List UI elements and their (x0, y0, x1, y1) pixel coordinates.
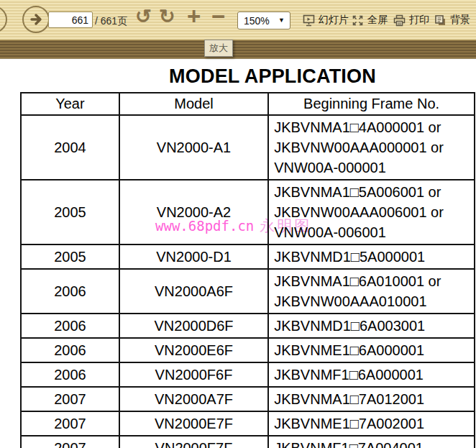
model-cell: VN2000F6F (119, 362, 268, 387)
model-application-table: Year Model Beginning Frame No. 2004VN200… (20, 92, 475, 448)
slideshow-label: 幻灯片 (319, 14, 349, 27)
frame-no-line: JKBVNMA1□4A000001 or (274, 117, 471, 137)
print-label: 打印 (409, 14, 429, 27)
document-page: MODEL APPLICATION www.68pdf.cn永明图 Year M… (0, 59, 476, 448)
frame-no-cell: JKBVNME1□6A000001 (268, 338, 475, 362)
frame-no-cell: JKBVNMA1□7A012001 (268, 387, 475, 411)
table-row: 2006VN2000F6FJKBVNMF1□6A000001 (21, 362, 475, 387)
zoom-level-select[interactable]: 150% ▼ (237, 12, 290, 29)
fullscreen-label: 全屏 (367, 14, 388, 27)
model-cell: VN2000A7F (119, 387, 268, 411)
frame-no-line: JKBVNW00AAA000001 or (274, 137, 471, 157)
table-row: 2007VN2000A7FJKBVNMA1□7A012001 (21, 387, 475, 411)
year-cell: 2005 (21, 244, 119, 269)
page-title: MODEL APPLICATION (20, 65, 476, 88)
model-cell: VN2000E7F (119, 411, 268, 436)
table-row: 2005VN2000-D1JKBVNMD1□5A000001 (21, 244, 475, 269)
table-header-row: Year Model Beginning Frame No. (21, 93, 475, 115)
model-cell: VN2000E6F (119, 338, 268, 362)
model-cell: VN2000F7F (119, 436, 268, 448)
table-row: 2006VN2000E6FJKBVNME1□6A000001 (21, 338, 475, 362)
year-cell: 2004 (21, 115, 119, 180)
circle-arrow-left-icon (0, 12, 1, 27)
expand-arrows-icon (352, 14, 364, 27)
frame-no-line: JKBVNMA1□7A012001 (274, 389, 471, 409)
model-cell: VN2000A6F (119, 269, 268, 314)
table-row: 2004VN2000-A1JKBVNMA1□4A000001 orJKBVNW0… (21, 115, 475, 180)
slideshow-button[interactable]: 幻灯片 (303, 14, 349, 27)
frame-no-cell: JKBVNMF1□6A000001 (268, 362, 475, 387)
frame-no-cell: JKBVNMA1□6A010001 orJKBVNW00AAA010001 (268, 269, 475, 314)
frame-no-cell: JKBVNME1□7A002001 (268, 411, 475, 436)
year-cell: 2006 (21, 362, 119, 387)
frame-no-line: JKBVNMF1□6A000001 (274, 365, 471, 385)
header-frame-no: Beginning Frame No. (268, 93, 475, 115)
toolbar: / 661页 ↺ ↻ + − 150% ▼ 幻灯片 (0, 0, 476, 40)
frame-no-cell: JKBVNMD1□6A003001 (268, 314, 475, 338)
zoom-level-value: 150% (244, 15, 270, 27)
printer-icon (393, 14, 406, 27)
table-row: 2005VN2000-A2JKBVNMA1□5A006001 orJKBVNW0… (21, 180, 475, 244)
frame-no-line: JKBVNMD1□5A000001 (274, 247, 471, 267)
frame-no-line: JKBVNMD1□6A003001 (274, 316, 471, 336)
prev-page-button[interactable] (0, 6, 7, 33)
frame-no-line: JKBVNME1□7A002001 (274, 413, 471, 434)
table-row: 2006VN2000D6FJKBVNMD1□6A003001 (21, 314, 475, 338)
year-cell: 2005 (21, 180, 119, 244)
model-cell: VN2000-A2 (119, 180, 268, 244)
frame-no-cell: JKBVNMA1□5A006001 orJKBVNW00AAA006001 or… (268, 180, 475, 244)
rotate-counterclockwise-button[interactable]: ↺ (135, 6, 152, 27)
frame-no-line: JKBVNMA1□6A010001 or (274, 271, 471, 291)
background-label: 背景 (450, 14, 470, 27)
year-cell: 2006 (21, 338, 119, 362)
frame-no-line: JKBVNW00AAA006001 or (274, 202, 471, 222)
pdf-viewer-window: { "toolbar": { "page_input_value": "661"… (0, 0, 476, 448)
frame-no-line: JKBVNME1□6A000001 (274, 340, 471, 360)
zoom-in-button[interactable]: + (187, 3, 201, 30)
circle-arrow-right-icon (28, 12, 44, 27)
projector-screen-icon (303, 14, 315, 27)
page-margin-band (0, 40, 476, 59)
page-number-input[interactable] (48, 12, 93, 28)
model-cell: VN2000-A1 (119, 115, 268, 180)
rotate-clockwise-button[interactable]: ↻ (159, 6, 175, 27)
frame-no-line: JKBVNMF1□7A004001 (274, 438, 471, 448)
model-cell: VN2000D6F (119, 314, 268, 338)
background-button[interactable]: 背景 (434, 14, 470, 27)
table-body: 2004VN2000-A1JKBVNMA1□4A000001 orJKBVNW0… (21, 115, 475, 448)
next-page-button[interactable] (22, 6, 50, 33)
table-row: 2006VN2000A6FJKBVNMA1□6A010001 orJKBVNW0… (21, 269, 475, 314)
frame-no-cell: JKBVNMD1□5A000001 (268, 244, 475, 269)
chevron-down-icon: ▼ (278, 17, 285, 24)
frame-no-line: JKBVNW00AAA010001 (274, 291, 471, 311)
zoom-in-tooltip: 放大 (204, 40, 233, 57)
year-cell: 2007 (21, 411, 119, 436)
frame-no-line: JKBVNMA1□5A006001 or (274, 182, 471, 202)
zoom-out-button[interactable]: − (211, 3, 225, 30)
fullscreen-button[interactable]: 全屏 (352, 14, 388, 27)
year-cell: 2007 (21, 436, 119, 448)
page-count-label: / 661页 (95, 15, 127, 28)
model-cell: VN2000-D1 (119, 244, 268, 269)
header-model: Model (119, 93, 268, 115)
frame-no-line: VNW00A-006001 (274, 222, 471, 242)
table-row: 2007VN2000E7FJKBVNME1□7A002001 (21, 411, 475, 436)
layers-icon (434, 14, 447, 27)
frame-no-cell: JKBVNMA1□4A000001 orJKBVNW00AAA000001 or… (268, 115, 475, 180)
year-cell: 2006 (21, 269, 119, 314)
year-cell: 2006 (21, 314, 119, 338)
frame-no-cell: JKBVNMF1□7A004001 (268, 436, 475, 448)
frame-no-line: VNW00A-000001 (274, 157, 471, 178)
header-year: Year (21, 93, 119, 115)
table-row: 2007VN2000F7FJKBVNMF1□7A004001 (21, 436, 475, 448)
year-cell: 2007 (21, 387, 119, 411)
print-button[interactable]: 打印 (393, 14, 429, 27)
